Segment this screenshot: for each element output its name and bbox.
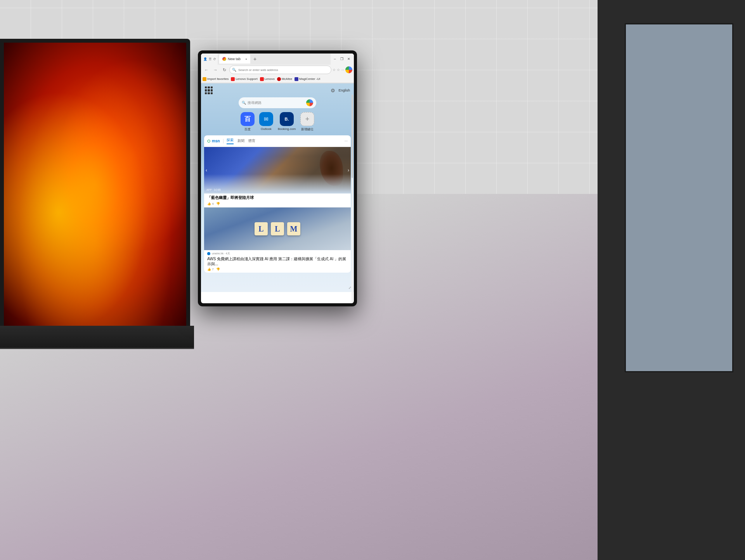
quick-link-add[interactable]: + 新增鍵位 (300, 112, 314, 131)
msn-tab-sports[interactable]: 體育 (248, 138, 255, 143)
quick-link-baidu[interactable]: 百 百度 (241, 112, 255, 131)
search-placeholder: 搜尋網路 (248, 100, 305, 105)
news-card-title[interactable]: 「藍色幽靈」即將登陸月球 (207, 195, 348, 200)
news-image-dunes (204, 174, 351, 194)
address-bar-row: ← → ↻ 🔍 ☆ ☆ ··· (201, 64, 354, 75)
window-frame (598, 0, 745, 560)
letter-tile-l2: L (271, 222, 284, 235)
llm-card-body: unwire.hk · 4天 AWS 免費網上課程由淺入深實踐 AI 應用 第二… (204, 250, 351, 273)
bookmark-lenovo-support[interactable]: Lenovo Support (231, 77, 258, 81)
news-source-badge: AFP · 3小時 (206, 188, 221, 192)
bookmark-icon-2 (231, 77, 235, 81)
search-box-wrap: 🔍 搜尋網路 (201, 96, 354, 110)
bookmark-icon (203, 77, 206, 81)
bookmark-magicenter[interactable]: MagiCenter -UI (295, 77, 320, 81)
bookmark-import-favorites[interactable]: Import favorites (203, 77, 229, 81)
llm-source-text: unwire.hk · 4天 (212, 252, 230, 256)
newtab-topbar: ⚙ English (201, 83, 354, 96)
laptop-hinge (0, 326, 194, 349)
close-button[interactable]: ✕ (346, 56, 352, 62)
bookmark-icon-5 (295, 77, 298, 81)
settings-button[interactable]: ⚙ (329, 86, 337, 94)
quick-link-booking-label: Booking.com (278, 127, 296, 131)
collection-icon[interactable]: ☆ (337, 68, 340, 72)
window-glass (625, 23, 733, 372)
bing-logo (306, 99, 313, 106)
browser-collections-icon: ☰ (209, 57, 211, 61)
tab-title: New tab (228, 57, 241, 61)
llm-reactions: 👍 7 👎 (207, 268, 348, 271)
quick-link-booking[interactable]: B. Booking.com (278, 112, 296, 131)
tab-favicon (222, 57, 226, 61)
msn-logo-text: msn (212, 139, 220, 143)
quick-link-outlook-icon: ✉ (259, 112, 273, 126)
tablet-screen: 👤 ☰ ⏱ New tab × + – ❐ ✕ (201, 54, 354, 303)
restore-button[interactable]: ❐ (339, 56, 345, 62)
star-icon[interactable]: ☆ (333, 68, 336, 72)
active-tab[interactable]: New tab × (219, 54, 250, 64)
title-bar: 👤 ☰ ⏱ New tab × + – ❐ ✕ (201, 54, 354, 64)
dislike-icon[interactable]: 👎 (216, 202, 220, 206)
llm-source-info: unwire.hk · 4天 (207, 252, 348, 256)
search-box-icon: 🔍 (242, 101, 246, 105)
address-input[interactable] (229, 66, 331, 74)
bookmark-lenovo-support-label: Lenovo Support (236, 77, 258, 81)
laptop-screen (4, 43, 186, 326)
news-card-body: 「藍色幽靈」即將登陸月球 👍 4 👎 (204, 194, 351, 207)
bookmark-lenovo[interactable]: Lenovo (260, 77, 275, 81)
fire-overlay (4, 43, 186, 326)
msn-more-btn[interactable]: ··· (345, 139, 348, 143)
msn-header: ⬡ msn 探索 新聞 體育 ··· (204, 135, 351, 147)
address-search-icon: 🔍 (232, 68, 236, 72)
scrollbar-thumb[interactable] (352, 95, 353, 178)
edge-browser-icon (345, 66, 352, 73)
minimize-button[interactable]: – (332, 56, 338, 62)
news-card-moon: ‹ › AFP · 3小時 「藍色幽靈」即將登陸月球 👍 4 👎 (204, 147, 351, 207)
quick-link-booking-icon: B. (280, 112, 294, 126)
msn-hexagon-icon: ⬡ (207, 139, 210, 143)
bookmarks-bar: Import favorites Lenovo Support Lenovo M… (201, 75, 354, 83)
new-tab-button[interactable]: + (251, 55, 259, 63)
msn-tab-explore[interactable]: 探索 (227, 138, 234, 144)
llm-like-icon[interactable]: 👍 7 (207, 268, 214, 271)
quick-link-add-label: 新增鍵位 (301, 127, 314, 131)
news-reactions: 👍 4 👎 (207, 202, 348, 206)
llm-card-title[interactable]: AWS 免費網上課程由淺入深實踐 AI 應用 第二課：建構與擴展「生成式 AI … (207, 256, 348, 266)
apps-grid-icon[interactable] (205, 86, 213, 94)
browser-chrome: 👤 ☰ ⏱ New tab × + – ❐ ✕ (201, 54, 354, 83)
fullscreen-button[interactable]: ⤢ (348, 286, 352, 290)
tablet-device: 👤 ☰ ⏱ New tab × + – ❐ ✕ (198, 50, 357, 306)
letter-tile-l1: L (255, 222, 268, 235)
news-card-image: ‹ › AFP · 3小時 (204, 147, 351, 194)
language-label: English (338, 88, 350, 92)
quick-link-baidu-icon: 百 (241, 112, 255, 126)
bookmark-icon-4 (277, 77, 281, 81)
llm-dislike-icon[interactable]: 👎 (216, 268, 220, 271)
bookmark-mcafee[interactable]: McAfee (277, 77, 292, 81)
forward-button[interactable]: → (211, 66, 219, 74)
quick-links: 百 百度 ✉ Outlook B. Booking.com (201, 110, 354, 134)
browser-history-icon: ⏱ (213, 57, 216, 61)
browser-user-icon: 👤 (203, 57, 207, 61)
like-icon[interactable]: 👍 4 (207, 202, 214, 206)
msn-tab-news[interactable]: 新聞 (237, 138, 244, 143)
more-options-icon[interactable]: ··· (341, 68, 344, 72)
news-nav-left[interactable]: ‹ (206, 168, 207, 173)
back-button[interactable]: ← (203, 66, 210, 74)
quick-link-add-icon: + (300, 112, 314, 126)
newtab-search-box[interactable]: 🔍 搜尋網路 (239, 97, 316, 108)
bookmark-magicenter-label: MagiCenter -UI (299, 77, 320, 81)
refresh-button[interactable]: ↻ (220, 66, 228, 74)
laptop-device (0, 39, 190, 330)
quick-link-outlook-label: Outlook (261, 127, 272, 131)
news-nav-right[interactable]: › (348, 168, 349, 173)
quick-link-outlook[interactable]: ✉ Outlook (259, 112, 273, 131)
news-card-llm: L L M unwire.hk · 4天 AWS 免費網上課程由淺入深實踐 AI… (204, 207, 351, 273)
bookmark-import-label: Import favorites (207, 77, 229, 81)
msn-feed: ⬡ msn 探索 新聞 體育 ··· ‹ › (204, 135, 351, 273)
tab-close-btn[interactable]: × (245, 57, 247, 61)
bookmark-lenovo-label: Lenovo (265, 77, 275, 81)
llm-card-image: L L M (204, 207, 351, 250)
tab-bar: New tab × + (218, 54, 331, 65)
quick-link-baidu-label: 百度 (244, 127, 251, 131)
